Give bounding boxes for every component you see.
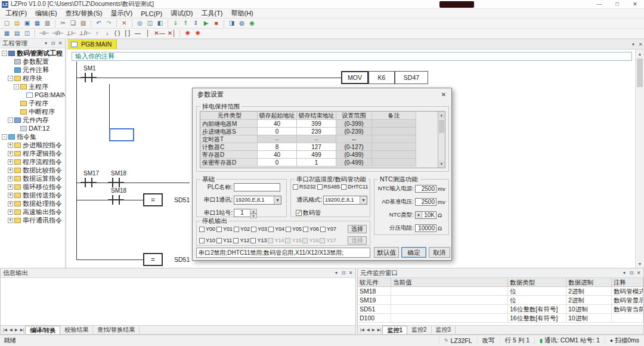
latch-start-cell[interactable]: 40 [258,151,297,159]
contact-sm1[interactable]: SM1 [85,73,92,82]
compare-operand[interactable]: SD51 [174,256,190,263]
tab-nav-button[interactable]: |◀ [2,328,8,332]
latch-end-cell[interactable]: 239 [297,128,336,135]
tree-expander-icon[interactable]: + [8,168,13,173]
close-icon[interactable]: ✕ [347,270,354,276]
scroll-down-icon[interactable]: ▼ [636,260,644,268]
app-instruction-button[interactable]: [ ] [122,29,132,38]
tree-item[interactable]: + 数据比较指令 [0,166,65,174]
menu-item[interactable]: PLC(P) [137,10,166,17]
latch-start-cell[interactable]: 8 [258,143,297,151]
tree-expander-icon[interactable]: + [8,159,13,165]
undo-button[interactable]: ↶ [94,19,104,28]
menu-item[interactable]: 工具(T) [197,9,227,18]
tree-item[interactable]: + 步进顺控指令 [0,141,65,149]
upload-plc-button[interactable]: ⇑ [181,19,191,28]
scroll-up-icon[interactable]: ▲ [438,112,445,119]
list-view-button[interactable]: ▤ [12,29,22,38]
ladder-view-button[interactable]: ▦ [2,29,12,38]
help-button[interactable]: ◉ [247,19,257,28]
convert-button[interactable]: ✱ [182,29,193,38]
y-output-checkbox[interactable]: Y16 [302,237,318,243]
operand-sd47[interactable]: SD47 [395,71,428,84]
monitor-row[interactable]: SD51 16位整数[有符号] 10进制 数码管当前模式 [358,305,643,314]
y-output-checkbox[interactable]: Y03 [251,226,267,232]
save-button[interactable]: ▣ [22,19,32,28]
y-output-checkbox[interactable]: Y07 [320,226,336,232]
convert-all-button[interactable]: ✱ [193,29,203,38]
y-output-checkbox[interactable]: Y17 [320,237,336,243]
closed-contact-button[interactable]: ⊣/⊢ [50,29,64,38]
tree-item[interactable]: + 数据处理指令 [0,199,65,208]
chevron-down-icon[interactable]: ▾ [333,270,340,276]
compare-block[interactable]: = [143,253,163,266]
tree-item[interactable]: - 程序块 [0,74,65,82]
monitor-column-header[interactable]: 软元件 [358,278,391,286]
latch-start-cell[interactable]: 0 [258,159,297,166]
ntc-field-input[interactable]: 2500 [415,185,436,193]
select-row2-button[interactable]: 选择 [348,236,367,245]
monitor-stop-button[interactable]: ■ [211,19,221,28]
y-output-checkbox[interactable]: Y15 [285,237,301,243]
tree-item[interactable]: + 程序逻辑指令 [0,149,65,157]
redo-button[interactable]: ↷ [104,19,114,28]
comm-settings-button[interactable]: ◍ [237,19,247,28]
download-plc-button[interactable]: ⇓ [171,19,181,28]
serial2-format-select[interactable]: 19200,E,8,1 [323,196,367,205]
y-output-checkbox[interactable]: Y11 [216,237,232,243]
serial2-option-checkbox[interactable]: RS232 [293,184,316,190]
serial2-option-checkbox[interactable]: RS485 [317,184,340,190]
monitor-column-header[interactable]: 数据进制 [566,278,612,286]
monitor-row[interactable]: D100 16位整数[有符号] 10进制 [358,314,643,323]
tree-expander-icon[interactable]: + [8,176,13,181]
tab-pgb-main[interactable]: PGB:MAIN [68,39,117,49]
device-monitor-button[interactable]: ◨ [227,19,237,28]
latch-end-cell[interactable]: -- [297,135,336,143]
chevron-down-icon[interactable]: ▾ [630,42,637,47]
info-tab[interactable]: 查找/替换结果 [93,326,140,334]
delete-v-line-button[interactable]: ✕│ [166,29,178,38]
output-window-button[interactable]: ◧ [155,19,165,28]
paste-button[interactable]: ▨ [78,19,88,28]
info-tab[interactable]: 编译/转换 [25,326,60,334]
copy-button[interactable]: ❏ [68,19,78,28]
menu-item[interactable]: 编辑(E) [31,9,61,18]
y-output-checkbox[interactable]: Y02 [234,226,250,232]
save-all-button[interactable]: ▦ [32,19,42,28]
tree-item[interactable]: 中断程序 [0,107,65,116]
y-output-checkbox[interactable]: Y00 [199,226,215,232]
instruction-mov[interactable]: MOV [341,71,369,84]
contact-sm17[interactable]: SM17 [85,178,92,187]
tab-nav-button[interactable]: |◀ [359,328,366,332]
delete-h-line-button[interactable]: ✕— [153,29,166,38]
parallel-open-contact-button[interactable]: ⊥⊢ [65,29,78,38]
coil-button[interactable]: ( ) [112,29,122,38]
ntc-field-input[interactable]: 10000 [415,224,436,232]
latch-end-cell[interactable]: 399 [297,120,336,128]
comment-edit-button[interactable]: ◫ [22,29,32,38]
falling-edge-button[interactable]: ↓ [102,29,112,38]
menu-item[interactable]: 显示(V) [106,9,137,18]
tree-expander-icon[interactable]: + [8,201,13,206]
pin-icon[interactable]: ⊡ [49,41,57,46]
latch-start-cell[interactable]: -- [258,135,297,143]
tree-item[interactable]: + 循环移位指令 [0,183,65,191]
tree-item[interactable]: - 数码管测试工程 [0,49,65,57]
project-window-button[interactable]: ◫ [145,19,155,28]
rising-edge-button[interactable]: ↑ [92,29,102,38]
table-scrollbar[interactable]: ▲ ▼ [438,112,445,168]
menu-item[interactable]: 查找/替换(S) [61,9,107,18]
tree-expander-icon[interactable]: + [8,209,13,215]
latch-end-cell[interactable]: 127 [297,143,336,151]
close-icon[interactable]: ✕ [57,41,64,46]
tree-item[interactable]: + 串行通讯指令 [0,216,65,224]
monitor-tab[interactable]: 监控2 [407,326,432,334]
station-number-stepper[interactable]: ▲▼ [250,209,257,218]
tree-item[interactable]: + 高速输出指令 [0,208,65,216]
tree-item[interactable]: - 指令集 [0,132,65,141]
tree-item[interactable]: DAT:12 [0,124,65,132]
monitor-column-header[interactable]: 数据类型 [508,278,566,286]
monitor-row[interactable]: SM19 位 2进制 数码管显示数据类型 [358,296,643,305]
ntc-field-input[interactable]: 10K [415,211,436,219]
tree-item[interactable]: PGB:MAIN [0,91,65,99]
